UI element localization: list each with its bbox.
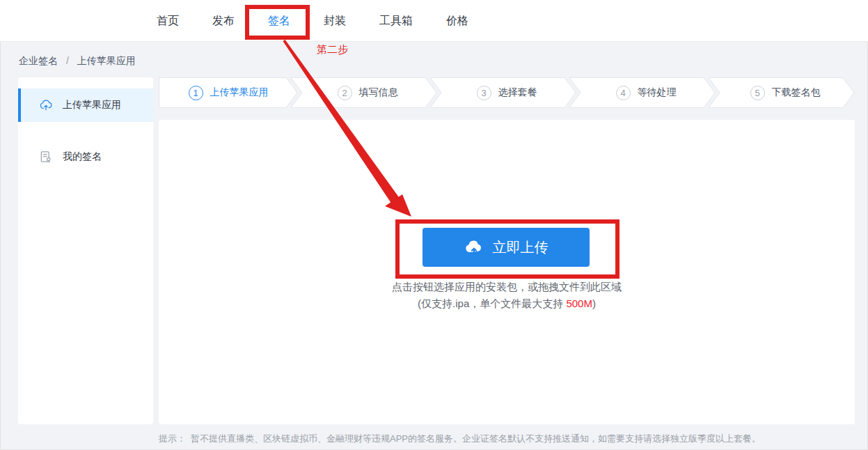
breadcrumb: 企业签名 / 上传苹果应用 [19,55,136,68]
sidebar-item-my-signatures[interactable]: 我的签名 [18,140,153,173]
nav-item-toolbox[interactable]: 工具箱 [379,14,413,29]
upload-hint-line2: (仅支持.ipa，单个文件最大支持 500M) [159,295,855,312]
cloud-upload-filled-icon [464,238,484,257]
nav-item-home[interactable]: 首页 [157,14,179,29]
step-number-badge: 3 [477,86,491,100]
step-1-upload: 1 上传苹果应用 [159,77,298,108]
step-4-waiting: 4 等待处理 [576,77,716,108]
step-wizard: 1 上传苹果应用 2 填写信息 3 选择套餐 4 等待处理 5 下载签名包 [159,77,855,108]
step-5-download: 5 下载签名包 [716,77,855,108]
upload-hint-line1: 点击按钮选择应用的安装包，或拖拽文件到此区域 [159,279,855,295]
step-3-choose-plan: 3 选择套餐 [437,77,576,108]
top-header: 首页 发布 签名 封装 工具箱 价格 [0,0,868,42]
cloud-upload-icon [39,98,53,112]
nav-item-sign-label: 签名 [268,15,290,26]
main-nav: 首页 发布 签名 封装 工具箱 价格 [157,0,468,42]
step-2-fill-info: 2 填写信息 [298,77,437,108]
sidebar: 上传苹果应用 我的签名 [18,77,153,424]
step-number-badge: 2 [338,86,352,100]
upload-now-button-label: 立即上传 [493,238,549,257]
footer-tip: 提示：暂不提供直播类、区块链虚拟币、金融理财等违规APP的签名服务。企业证签名默… [159,433,761,445]
sidebar-item-label: 上传苹果应用 [63,99,121,111]
upload-dropzone-panel[interactable]: 立即上传 点击按钮选择应用的安装包，或拖拽文件到此区域 (仅支持.ipa，单个文… [159,120,855,424]
breadcrumb-current: 上传苹果应用 [77,55,136,66]
step-label: 选择套餐 [498,86,537,99]
step-number-badge: 5 [750,86,765,100]
upload-now-button[interactable]: 立即上传 [423,228,590,267]
nav-item-price[interactable]: 价格 [446,14,468,29]
step-labels-row: 1 上传苹果应用 2 填写信息 3 选择套餐 4 等待处理 5 下载签名包 [159,77,855,108]
step-number-badge: 1 [189,86,203,100]
nav-item-publish[interactable]: 发布 [212,14,235,29]
signature-doc-icon [39,150,53,164]
nav-item-package[interactable]: 封装 [324,14,346,29]
active-tab-underline [262,37,297,39]
step-label: 等待处理 [638,86,677,99]
nav-item-sign[interactable]: 签名 [268,14,290,29]
step-label: 下载签名包 [772,86,821,99]
step-number-badge: 4 [616,86,631,100]
upload-hints: 点击按钮选择应用的安装包，或拖拽文件到此区域 (仅支持.ipa，单个文件最大支持… [159,279,855,312]
max-size-value: 500M [566,297,592,309]
sidebar-item-label: 我的签名 [63,150,102,163]
step-label: 填写信息 [359,86,398,99]
tip-text: 暂不提供直播类、区块链虚拟币、金融理财等违规APP的签名服务。企业证签名默认不支… [191,433,761,444]
annotation-step-note: 第二步 [317,43,348,56]
breadcrumb-separator: / [66,55,69,66]
breadcrumb-parent[interactable]: 企业签名 [19,55,58,66]
tip-label: 提示： [159,433,186,444]
step-label: 上传苹果应用 [210,86,269,99]
sidebar-item-upload-apple-app[interactable]: 上传苹果应用 [18,88,153,122]
